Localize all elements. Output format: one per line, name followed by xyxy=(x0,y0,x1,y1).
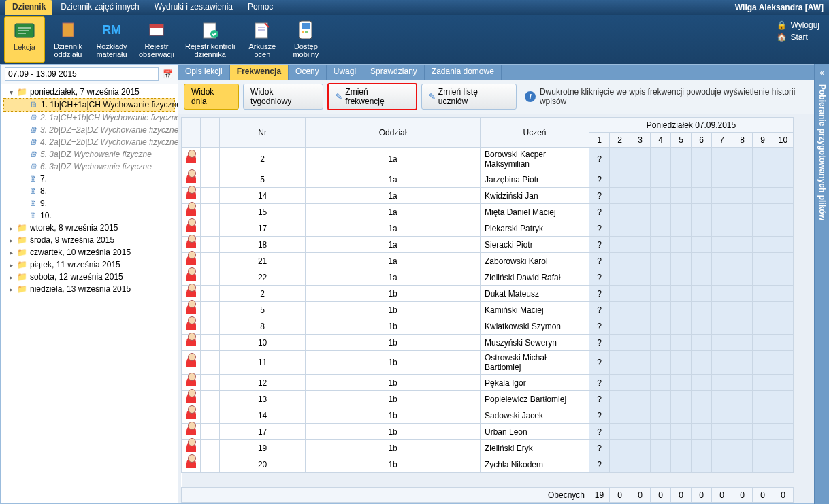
attendance-cell[interactable] xyxy=(753,335,773,351)
attendance-cell[interactable] xyxy=(610,302,630,318)
attendance-cell[interactable] xyxy=(712,188,732,204)
change-frequency-button[interactable]: ✎ Zmień frekwencję xyxy=(327,83,417,110)
change-student-list-button[interactable]: ✎ Zmień listę uczniów xyxy=(421,84,517,110)
attendance-cell[interactable] xyxy=(692,391,712,407)
attendance-cell[interactable] xyxy=(630,318,651,335)
attendance-cell[interactable]: ? xyxy=(589,456,610,473)
attendance-cell[interactable] xyxy=(671,318,692,335)
attendance-cell[interactable] xyxy=(712,220,732,237)
attendance-cell[interactable] xyxy=(773,391,794,407)
attendance-cell[interactable] xyxy=(753,302,773,318)
attendance-cell[interactable] xyxy=(692,188,712,204)
attendance-cell[interactable] xyxy=(773,204,794,220)
ribbon-button[interactable]: Dziennikoddziału xyxy=(48,16,88,63)
attendance-cell[interactable] xyxy=(753,351,773,375)
attendance-cell[interactable] xyxy=(630,302,651,318)
tree-day[interactable]: ▸📁czwartek, 10 września 2015 xyxy=(3,246,175,258)
attendance-cell[interactable] xyxy=(610,440,630,456)
attendance-cell[interactable] xyxy=(753,171,773,188)
attendance-cell[interactable]: ? xyxy=(589,253,610,269)
attendance-cell[interactable] xyxy=(671,375,692,391)
attendance-cell[interactable] xyxy=(712,407,732,424)
attendance-cell[interactable] xyxy=(630,391,651,407)
attendance-cell[interactable]: ? xyxy=(589,148,610,171)
subtab[interactable]: Uwagi xyxy=(327,65,363,80)
attendance-cell[interactable] xyxy=(610,171,630,188)
ribbon-button[interactable]: Lekcja xyxy=(4,16,45,63)
menu-tab[interactable]: Dziennik zajęć innych xyxy=(54,0,146,15)
attendance-cell[interactable] xyxy=(712,171,732,188)
attendance-cell[interactable] xyxy=(671,220,692,237)
attendance-cell[interactable] xyxy=(753,456,773,473)
attendance-cell[interactable]: ? xyxy=(589,220,610,237)
attendance-cell[interactable] xyxy=(630,351,651,375)
attendance-cell[interactable] xyxy=(732,302,753,318)
attendance-cell[interactable] xyxy=(732,351,753,375)
attendance-cell[interactable] xyxy=(712,335,732,351)
tree-lesson-item[interactable]: 🗎4. 2a|DZ+2b|DZ Wychowanie fizyczne xyxy=(3,136,175,148)
attendance-cell[interactable] xyxy=(610,351,630,375)
attendance-cell[interactable] xyxy=(753,148,773,171)
attendance-cell[interactable]: ? xyxy=(589,424,610,440)
attendance-cell[interactable] xyxy=(630,204,651,220)
attendance-cell[interactable] xyxy=(732,440,753,456)
downloads-sidebar[interactable]: « Pobieranie przygotowanych plików xyxy=(814,64,829,504)
attendance-cell[interactable] xyxy=(651,253,671,269)
attendance-cell[interactable] xyxy=(712,424,732,440)
attendance-cell[interactable] xyxy=(753,407,773,424)
attendance-cell[interactable] xyxy=(773,424,794,440)
attendance-cell[interactable] xyxy=(773,335,794,351)
tree-lesson-item[interactable]: 🗎3. 2b|DZ+2a|DZ Wychowanie fizyczne xyxy=(3,124,175,136)
attendance-cell[interactable] xyxy=(610,375,630,391)
attendance-cell[interactable] xyxy=(753,204,773,220)
attendance-cell[interactable] xyxy=(671,335,692,351)
attendance-cell[interactable] xyxy=(712,375,732,391)
attendance-cell[interactable] xyxy=(671,456,692,473)
attendance-cell[interactable] xyxy=(773,318,794,335)
attendance-cell[interactable] xyxy=(651,204,671,220)
attendance-cell[interactable] xyxy=(773,171,794,188)
attendance-cell[interactable] xyxy=(610,253,630,269)
ribbon-button[interactable]: Dostępmobilny xyxy=(285,16,326,63)
attendance-cell[interactable] xyxy=(651,375,671,391)
tree-lesson-item[interactable]: 🗎10. xyxy=(3,209,175,222)
attendance-cell[interactable] xyxy=(732,188,753,204)
attendance-cell[interactable] xyxy=(651,286,671,302)
attendance-cell[interactable] xyxy=(671,269,692,286)
attendance-cell[interactable] xyxy=(610,318,630,335)
tree-lesson-item[interactable]: 🗎6. 3a|DZ Wychowanie fizyczne xyxy=(3,161,175,173)
attendance-cell[interactable]: ? xyxy=(589,351,610,375)
attendance-cell[interactable]: ? xyxy=(589,318,610,335)
attendance-cell[interactable] xyxy=(610,204,630,220)
ribbon-button[interactable]: Rejestrobserwacji xyxy=(135,16,178,63)
tree-lesson-item[interactable]: 🗎7. xyxy=(3,173,175,185)
attendance-cell[interactable] xyxy=(671,204,692,220)
attendance-cell[interactable] xyxy=(692,335,712,351)
attendance-cell[interactable] xyxy=(712,286,732,302)
attendance-cell[interactable] xyxy=(630,375,651,391)
attendance-cell[interactable] xyxy=(651,220,671,237)
attendance-cell[interactable] xyxy=(651,351,671,375)
attendance-cell[interactable] xyxy=(732,456,753,473)
attendance-cell[interactable] xyxy=(671,237,692,253)
ribbon-button[interactable]: Rejestr kontrolidziennika xyxy=(181,16,239,63)
attendance-cell[interactable] xyxy=(692,237,712,253)
attendance-cell[interactable] xyxy=(651,302,671,318)
attendance-cell[interactable] xyxy=(753,440,773,456)
attendance-cell[interactable]: ? xyxy=(589,391,610,407)
attendance-cell[interactable] xyxy=(753,375,773,391)
attendance-cell[interactable] xyxy=(651,171,671,188)
tree-lesson-item[interactable]: 🗎5. 3a|DZ Wychowanie fizyczne xyxy=(3,148,175,161)
attendance-cell[interactable] xyxy=(671,171,692,188)
date-range-input[interactable] xyxy=(5,67,159,81)
subtab[interactable]: Frekwencja xyxy=(230,65,289,80)
attendance-cell[interactable] xyxy=(630,407,651,424)
attendance-cell[interactable] xyxy=(692,171,712,188)
attendance-cell[interactable] xyxy=(712,456,732,473)
attendance-cell[interactable] xyxy=(610,335,630,351)
attendance-cell[interactable] xyxy=(610,237,630,253)
attendance-cell[interactable] xyxy=(630,269,651,286)
attendance-cell[interactable] xyxy=(651,148,671,171)
attendance-cell[interactable] xyxy=(732,318,753,335)
attendance-cell[interactable] xyxy=(671,302,692,318)
